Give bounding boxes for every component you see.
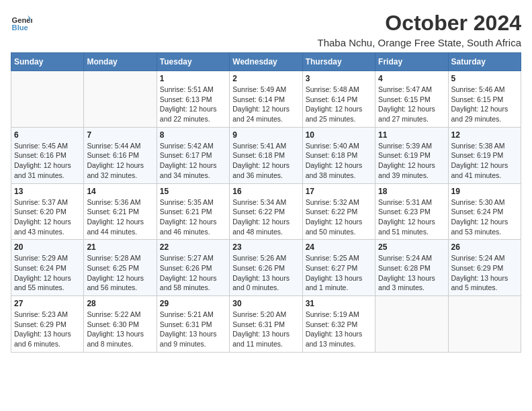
calendar-cell: 12Sunrise: 5:38 AM Sunset: 6:19 PM Dayli… xyxy=(448,127,521,183)
calendar-cell: 11Sunrise: 5:39 AM Sunset: 6:19 PM Dayli… xyxy=(375,127,448,183)
day-number: 22 xyxy=(160,242,226,252)
day-info: Sunrise: 5:41 AM Sunset: 6:18 PM Dayligh… xyxy=(232,141,299,181)
calendar-cell: 14Sunrise: 5:36 AM Sunset: 6:21 PM Dayli… xyxy=(84,183,157,240)
day-info: Sunrise: 5:30 AM Sunset: 6:24 PM Dayligh… xyxy=(451,197,518,237)
calendar-cell: 22Sunrise: 5:27 AM Sunset: 6:26 PM Dayli… xyxy=(157,240,229,296)
calendar-cell xyxy=(11,71,84,128)
calendar-cell: 31Sunrise: 5:19 AM Sunset: 6:32 PM Dayli… xyxy=(302,296,375,353)
day-number: 3 xyxy=(306,74,372,83)
day-number: 14 xyxy=(87,187,153,196)
calendar-cell: 2Sunrise: 5:49 AM Sunset: 6:14 PM Daylig… xyxy=(230,71,302,128)
day-info: Sunrise: 5:40 AM Sunset: 6:18 PM Dayligh… xyxy=(306,141,372,181)
day-info: Sunrise: 5:36 AM Sunset: 6:21 PM Dayligh… xyxy=(87,197,153,237)
calendar-cell xyxy=(448,296,521,353)
calendar-cell xyxy=(84,71,157,128)
day-number: 9 xyxy=(232,130,299,140)
calendar-week-row-3: 13Sunrise: 5:37 AM Sunset: 6:20 PM Dayli… xyxy=(11,183,521,240)
calendar-cell: 23Sunrise: 5:26 AM Sunset: 6:26 PM Dayli… xyxy=(230,240,302,296)
calendar-cell: 7Sunrise: 5:44 AM Sunset: 6:16 PM Daylig… xyxy=(84,127,157,183)
day-info: Sunrise: 5:34 AM Sunset: 6:22 PM Dayligh… xyxy=(232,197,299,237)
day-number: 26 xyxy=(451,242,518,252)
calendar-cell: 8Sunrise: 5:42 AM Sunset: 6:17 PM Daylig… xyxy=(157,127,229,183)
day-number: 18 xyxy=(378,187,445,196)
calendar-cell: 1Sunrise: 5:51 AM Sunset: 6:13 PM Daylig… xyxy=(157,71,229,128)
header-sunday: Sunday xyxy=(11,53,84,71)
day-number: 4 xyxy=(378,74,445,83)
day-info: Sunrise: 5:37 AM Sunset: 6:20 PM Dayligh… xyxy=(14,197,81,237)
calendar-cell: 28Sunrise: 5:22 AM Sunset: 6:30 PM Dayli… xyxy=(84,296,157,353)
header-monday: Monday xyxy=(84,53,157,71)
day-number: 19 xyxy=(451,187,518,196)
title-area: October 2024 Thaba Nchu, Orange Free Sta… xyxy=(317,11,521,48)
header-wednesday: Wednesday xyxy=(230,53,302,71)
calendar-week-row-4: 20Sunrise: 5:29 AM Sunset: 6:24 PM Dayli… xyxy=(11,240,521,296)
day-info: Sunrise: 5:25 AM Sunset: 6:27 PM Dayligh… xyxy=(306,253,372,293)
calendar-cell: 17Sunrise: 5:32 AM Sunset: 6:22 PM Dayli… xyxy=(302,183,375,240)
calendar-week-row-2: 6Sunrise: 5:45 AM Sunset: 6:16 PM Daylig… xyxy=(11,127,521,183)
day-info: Sunrise: 5:32 AM Sunset: 6:22 PM Dayligh… xyxy=(306,197,372,237)
calendar-week-row-5: 27Sunrise: 5:23 AM Sunset: 6:29 PM Dayli… xyxy=(11,296,521,353)
day-number: 11 xyxy=(378,130,445,140)
calendar-cell: 6Sunrise: 5:45 AM Sunset: 6:16 PM Daylig… xyxy=(11,127,84,183)
day-info: Sunrise: 5:39 AM Sunset: 6:19 PM Dayligh… xyxy=(378,141,445,181)
calendar-cell: 13Sunrise: 5:37 AM Sunset: 6:20 PM Dayli… xyxy=(11,183,84,240)
day-number: 16 xyxy=(232,187,299,196)
calendar-cell: 18Sunrise: 5:31 AM Sunset: 6:23 PM Dayli… xyxy=(375,183,448,240)
header-saturday: Saturday xyxy=(448,53,521,71)
calendar-cell: 9Sunrise: 5:41 AM Sunset: 6:18 PM Daylig… xyxy=(230,127,302,183)
calendar-cell: 26Sunrise: 5:24 AM Sunset: 6:29 PM Dayli… xyxy=(448,240,521,296)
day-info: Sunrise: 5:45 AM Sunset: 6:16 PM Dayligh… xyxy=(14,141,81,181)
header-tuesday: Tuesday xyxy=(157,53,229,71)
calendar-cell: 5Sunrise: 5:46 AM Sunset: 6:15 PM Daylig… xyxy=(448,71,521,128)
day-number: 2 xyxy=(232,74,299,83)
svg-text:Blue: Blue xyxy=(12,24,28,32)
day-info: Sunrise: 5:42 AM Sunset: 6:17 PM Dayligh… xyxy=(160,141,226,181)
day-number: 27 xyxy=(14,299,81,308)
calendar-table: Sunday Monday Tuesday Wednesday Thursday… xyxy=(11,52,521,353)
calendar-cell: 4Sunrise: 5:47 AM Sunset: 6:15 PM Daylig… xyxy=(375,71,448,128)
day-number: 20 xyxy=(14,242,81,252)
day-number: 30 xyxy=(232,299,299,308)
day-info: Sunrise: 5:44 AM Sunset: 6:16 PM Dayligh… xyxy=(87,141,153,181)
day-info: Sunrise: 5:31 AM Sunset: 6:23 PM Dayligh… xyxy=(378,197,445,237)
calendar-cell: 25Sunrise: 5:24 AM Sunset: 6:28 PM Dayli… xyxy=(375,240,448,296)
day-number: 12 xyxy=(451,130,518,140)
header-friday: Friday xyxy=(375,53,448,71)
day-number: 8 xyxy=(160,130,226,140)
day-info: Sunrise: 5:20 AM Sunset: 6:31 PM Dayligh… xyxy=(232,310,299,349)
day-info: Sunrise: 5:24 AM Sunset: 6:28 PM Dayligh… xyxy=(378,253,445,293)
day-info: Sunrise: 5:19 AM Sunset: 6:32 PM Dayligh… xyxy=(306,310,372,349)
calendar-cell: 27Sunrise: 5:23 AM Sunset: 6:29 PM Dayli… xyxy=(11,296,84,353)
day-info: Sunrise: 5:28 AM Sunset: 6:25 PM Dayligh… xyxy=(87,253,153,293)
day-number: 13 xyxy=(14,187,81,196)
day-number: 17 xyxy=(306,187,372,196)
day-number: 5 xyxy=(451,74,518,83)
calendar-cell: 30Sunrise: 5:20 AM Sunset: 6:31 PM Dayli… xyxy=(230,296,302,353)
page-header: General Blue October 2024 Thaba Nchu, Or… xyxy=(11,11,521,48)
day-number: 21 xyxy=(87,242,153,252)
calendar-cell: 21Sunrise: 5:28 AM Sunset: 6:25 PM Dayli… xyxy=(84,240,157,296)
header-thursday: Thursday xyxy=(302,53,375,71)
day-info: Sunrise: 5:27 AM Sunset: 6:26 PM Dayligh… xyxy=(160,253,226,293)
day-info: Sunrise: 5:38 AM Sunset: 6:19 PM Dayligh… xyxy=(451,141,518,181)
day-number: 15 xyxy=(160,187,226,196)
day-number: 31 xyxy=(306,299,372,308)
day-info: Sunrise: 5:47 AM Sunset: 6:15 PM Dayligh… xyxy=(378,85,445,124)
calendar-cell: 10Sunrise: 5:40 AM Sunset: 6:18 PM Dayli… xyxy=(302,127,375,183)
day-number: 25 xyxy=(378,242,445,252)
location-subtitle: Thaba Nchu, Orange Free State, South Afr… xyxy=(317,37,521,48)
day-number: 10 xyxy=(306,130,372,140)
day-number: 24 xyxy=(306,242,372,252)
calendar-cell xyxy=(375,296,448,353)
day-info: Sunrise: 5:26 AM Sunset: 6:26 PM Dayligh… xyxy=(232,253,299,293)
day-info: Sunrise: 5:21 AM Sunset: 6:31 PM Dayligh… xyxy=(160,310,226,349)
day-info: Sunrise: 5:46 AM Sunset: 6:15 PM Dayligh… xyxy=(451,85,518,124)
day-info: Sunrise: 5:22 AM Sunset: 6:30 PM Dayligh… xyxy=(87,310,153,349)
day-info: Sunrise: 5:24 AM Sunset: 6:29 PM Dayligh… xyxy=(451,253,518,293)
calendar-header-row: Sunday Monday Tuesday Wednesday Thursday… xyxy=(11,53,521,71)
calendar-cell: 15Sunrise: 5:35 AM Sunset: 6:21 PM Dayli… xyxy=(157,183,229,240)
month-year-title: October 2024 xyxy=(317,11,521,36)
logo-icon: General Blue xyxy=(11,11,32,32)
day-info: Sunrise: 5:35 AM Sunset: 6:21 PM Dayligh… xyxy=(160,197,226,237)
calendar-week-row-1: 1Sunrise: 5:51 AM Sunset: 6:13 PM Daylig… xyxy=(11,71,521,128)
